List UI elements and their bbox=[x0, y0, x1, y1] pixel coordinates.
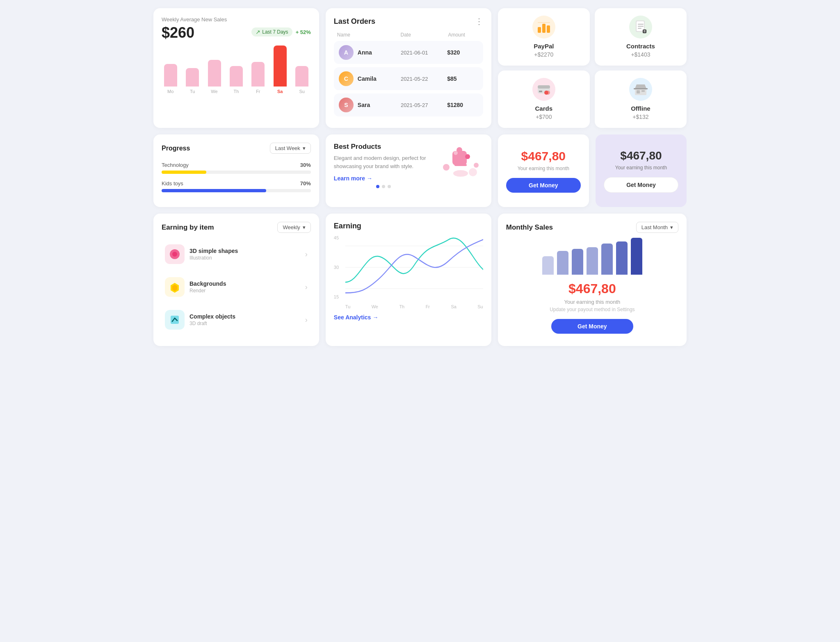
item-type: Illustration bbox=[189, 255, 300, 261]
progress-label: Kids toys bbox=[162, 180, 183, 187]
line-chart: 45 30 15 Tu We Th bbox=[334, 235, 483, 309]
svg-rect-35 bbox=[171, 316, 179, 324]
svg-rect-18 bbox=[637, 90, 640, 93]
progress-bar-bg bbox=[162, 171, 311, 174]
order-name: A Anna bbox=[339, 45, 401, 60]
progress-dropdown[interactable]: Last Week ▾ bbox=[270, 143, 311, 154]
arrow-right-icon: → bbox=[372, 314, 378, 321]
monthly-dropdown[interactable]: Last Month ▾ bbox=[636, 222, 678, 233]
get-money-button-purple[interactable]: Get Money bbox=[604, 177, 678, 193]
weekly-sales-price: $260 bbox=[162, 24, 194, 41]
bar-col: Su bbox=[293, 66, 310, 94]
best-products-inner: Best Products Elegant and modern design,… bbox=[334, 143, 483, 188]
monthly-sales-title: Monthly Sales bbox=[506, 223, 553, 232]
badge-days: ↗ Last 7 Days bbox=[251, 27, 292, 36]
progress-row: Technology 30% bbox=[162, 162, 311, 168]
progress-pct: 30% bbox=[300, 162, 311, 168]
progress-pct: 70% bbox=[300, 180, 311, 187]
order-date: 2021-06-01 bbox=[401, 50, 447, 56]
bar-col: Sa bbox=[271, 46, 289, 94]
list-item[interactable]: 3D simple shapes Illustration › bbox=[162, 239, 311, 269]
list-item[interactable]: Complex objects 3D draft › bbox=[162, 305, 311, 335]
item-info: Backgrounds Render bbox=[189, 280, 300, 294]
best-products-card: Best Products Elegant and modern design,… bbox=[326, 134, 491, 207]
item-type: 3D draft bbox=[189, 321, 300, 326]
ebi-dropdown[interactable]: Weekly ▾ bbox=[277, 222, 310, 233]
progress-bar-fill bbox=[162, 171, 206, 174]
earning-by-item-card: Earning by item Weekly ▾ 3D simple shape… bbox=[153, 214, 319, 346]
last-orders-card: Last Orders ⋮ Name Date Amount A Anna 20… bbox=[326, 8, 491, 128]
col-amount: Amount bbox=[448, 32, 479, 38]
earning-amount-purple: $467,80 bbox=[620, 149, 662, 162]
learn-more-link[interactable]: Learn more → bbox=[334, 175, 433, 182]
order-amount: $320 bbox=[447, 49, 478, 56]
svg-rect-19 bbox=[641, 90, 645, 92]
item-name: 3D simple shapes bbox=[189, 248, 300, 254]
more-options-icon[interactable]: ⋮ bbox=[475, 16, 483, 26]
stat-name-contracts: Contracts bbox=[626, 43, 655, 50]
svg-point-29 bbox=[474, 163, 479, 168]
avatar: S bbox=[339, 98, 354, 112]
monthly-bar bbox=[601, 244, 613, 275]
arrow-right-icon: → bbox=[367, 175, 372, 182]
ebi-header: Earning by item Weekly ▾ bbox=[162, 222, 311, 233]
list-item[interactable]: Backgrounds Render › bbox=[162, 272, 311, 302]
dots-row bbox=[334, 185, 433, 188]
get-money-button[interactable]: Get Money bbox=[506, 178, 581, 193]
item-name: Complex objects bbox=[189, 313, 300, 320]
stat-name-cards: Cards bbox=[535, 105, 553, 112]
dot-1 bbox=[376, 185, 379, 188]
see-analytics-link[interactable]: See Analytics → bbox=[334, 314, 483, 321]
chevron-down-icon: ▾ bbox=[670, 224, 673, 230]
bar-col: Fr bbox=[249, 62, 267, 94]
bar bbox=[251, 62, 265, 87]
svg-point-25 bbox=[465, 154, 470, 159]
stat-item-contracts[interactable]: Contracts +$1403 bbox=[595, 8, 687, 66]
svg-point-21 bbox=[453, 170, 468, 177]
best-products-text: Best Products Elegant and modern design,… bbox=[334, 143, 433, 188]
bar-col: Tu bbox=[183, 68, 201, 94]
stat-item-paypal[interactable]: PayPal +$2270 bbox=[498, 8, 590, 66]
stat-value-paypal: +$2270 bbox=[534, 51, 553, 58]
earning-sub: Your earning this month bbox=[518, 166, 569, 171]
col-name: Name bbox=[337, 32, 401, 38]
bar-col: We bbox=[205, 60, 223, 94]
table-row[interactable]: A Anna 2021-06-01 $320 bbox=[334, 41, 483, 64]
bar bbox=[230, 66, 243, 87]
monthly-sales-header: Monthly Sales Last Month ▾ bbox=[506, 222, 678, 233]
stat-value-contracts: +$1403 bbox=[631, 51, 650, 58]
svg-rect-14 bbox=[539, 91, 542, 92]
bar bbox=[274, 46, 287, 87]
stat-item-cards[interactable]: Cards +$700 bbox=[498, 71, 590, 128]
ebi-title: Earning by item bbox=[162, 223, 214, 232]
earning-month-purple-card: $467,80 Your earning this month Get Mone… bbox=[596, 134, 687, 207]
earning-amount: $467,80 bbox=[521, 149, 566, 163]
progress-bar-fill bbox=[162, 189, 266, 192]
chevron-right-icon[interactable]: › bbox=[305, 250, 308, 259]
progress-item: Technology 30% bbox=[162, 162, 311, 174]
stat-icon-offline bbox=[629, 78, 652, 101]
avatar: A bbox=[339, 45, 354, 60]
earning-chart-card: Earning 45 30 15 Tu bbox=[326, 214, 491, 346]
bar-label: Fr bbox=[256, 89, 260, 94]
bar-label: Mo bbox=[167, 89, 173, 94]
chevron-right-icon[interactable]: › bbox=[305, 316, 308, 324]
order-amount: $85 bbox=[447, 75, 478, 82]
get-money-center: Get Money bbox=[506, 319, 678, 334]
monthly-amount: $467,80 bbox=[506, 281, 678, 296]
bar bbox=[208, 60, 221, 87]
stat-item-offline[interactable]: Offline +$132 bbox=[595, 71, 687, 128]
chevron-right-icon[interactable]: › bbox=[305, 283, 308, 291]
order-name: C Camila bbox=[339, 71, 401, 86]
progress-card: Progress Last Week ▾ Technology 30% Kids… bbox=[153, 134, 319, 207]
table-row[interactable]: S Sara 2021-05-27 $1280 bbox=[334, 93, 483, 116]
bar-label: Th bbox=[234, 89, 239, 94]
stat-grid: PayPal +$2270 Contracts +$1403 Cards +$7… bbox=[498, 8, 687, 128]
monthly-get-money-button[interactable]: Get Money bbox=[551, 319, 633, 334]
dot-3 bbox=[388, 185, 391, 188]
table-row[interactable]: C Camila 2021-05-22 $85 bbox=[334, 67, 483, 90]
chevron-down-icon: ▾ bbox=[303, 145, 306, 151]
monthly-bar bbox=[587, 247, 598, 275]
item-type: Render bbox=[189, 288, 300, 294]
svg-rect-0 bbox=[538, 27, 541, 33]
